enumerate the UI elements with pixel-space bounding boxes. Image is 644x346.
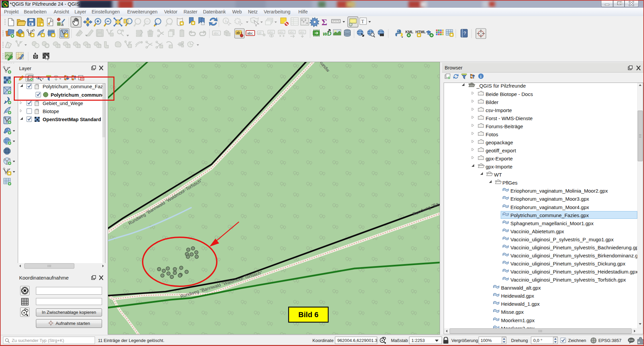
svg-text:abc: abc [247, 31, 253, 35]
svg-text:1:1: 1:1 [145, 20, 149, 22]
svg-text:abc: abc [268, 31, 274, 34]
svg-text:KML: KML [405, 30, 413, 34]
svg-text:abc: abc [213, 32, 219, 35]
svg-text:i: i [225, 18, 227, 23]
svg-text:abc: abc [279, 31, 284, 34]
svg-text:a: a [61, 22, 64, 27]
svg-text:Biotope: Biotope [43, 109, 59, 114]
svg-text:ab: ab [236, 31, 240, 35]
svg-text:Gebiet_und_Wege: Gebiet_und_Wege [43, 101, 83, 106]
svg-text:?: ? [463, 31, 466, 36]
svg-text:abc: abc [300, 31, 305, 34]
svg-text:OpenStreetMap Standard: OpenStreetMap Standard [43, 117, 101, 122]
svg-text:T: T [361, 19, 364, 24]
svg-text:Σ: Σ [321, 17, 327, 27]
svg-text:ab: ab [258, 31, 261, 35]
svg-text:abc: abc [289, 31, 294, 34]
svg-text:Bild 6: Bild 6 [298, 310, 318, 319]
svg-text:wD: wD [323, 31, 332, 37]
